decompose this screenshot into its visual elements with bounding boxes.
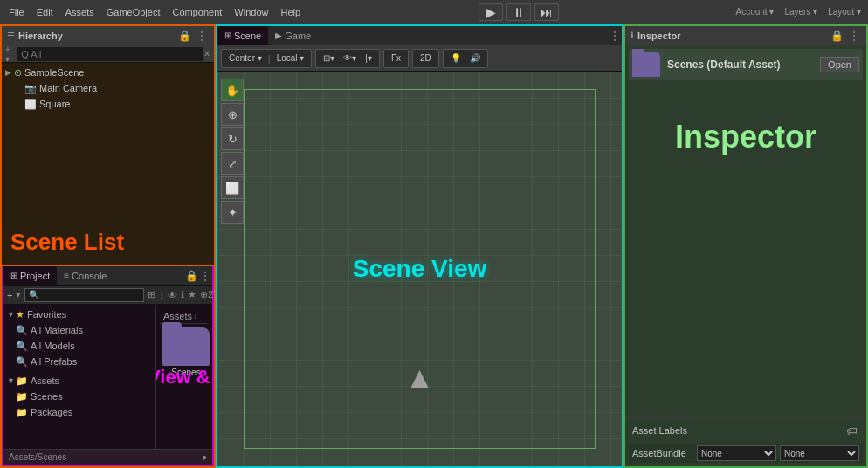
- scene-fx-button[interactable]: Fx: [388, 50, 404, 67]
- tab-game[interactable]: ▶ Game: [268, 26, 318, 45]
- scenes-folder-name-label: Scenes: [171, 368, 200, 377]
- main-camera-label: Main Camera: [39, 83, 97, 93]
- asset-title: Scenes (Default Asset): [667, 58, 781, 71]
- list-item[interactable]: ▼ ★ Favorites: [3, 306, 155, 322]
- list-item[interactable]: ⬜ Square: [2, 96, 214, 112]
- project-lock-icon[interactable]: 🔒: [184, 269, 198, 283]
- menu-window[interactable]: Window: [229, 5, 273, 19]
- project-panel: ⊞ Project ≡ Console 🔒 ⋮ + ▾ ⊞ ↕ 👁 ℹ ★: [2, 266, 214, 466]
- local-button[interactable]: Local ▾: [273, 50, 308, 67]
- hierarchy-menu-icon[interactable]: ⋮: [195, 29, 209, 43]
- assets-path-label: Assets: [163, 311, 192, 321]
- center-button[interactable]: Center ▾: [225, 50, 265, 67]
- step-button[interactable]: ⏭: [534, 3, 559, 21]
- tab-scene[interactable]: ⊞ Scene: [217, 26, 268, 45]
- scene-list-label: Scene List: [10, 229, 124, 256]
- project-search-input[interactable]: [24, 288, 144, 302]
- menu-edit[interactable]: Edit: [31, 5, 59, 19]
- star-icon[interactable]: ★: [188, 289, 196, 300]
- console-tab-label: Console: [72, 271, 107, 281]
- open-button[interactable]: Open: [820, 57, 859, 72]
- game-tab-label: Game: [285, 31, 311, 41]
- rotate-tool[interactable]: ↻: [221, 127, 244, 150]
- list-item[interactable]: ▶ ⊙ SampleScene: [2, 65, 214, 80]
- add-icon[interactable]: + ▾: [5, 45, 16, 64]
- transform-tool[interactable]: ✦: [221, 201, 244, 224]
- packages-folder-label: Packages: [31, 407, 72, 417]
- menu-gameobject[interactable]: GameObject: [101, 5, 166, 19]
- layers-button[interactable]: Layers ▾: [781, 7, 821, 17]
- all-materials-label: All Materials: [31, 325, 83, 335]
- object-icon: ⬜: [24, 99, 37, 110]
- project-add-dropdown-icon[interactable]: ▾: [16, 289, 21, 300]
- tab-console[interactable]: ≡ Console: [57, 266, 114, 285]
- menu-help[interactable]: Help: [275, 5, 306, 19]
- folder-icon: 📁: [16, 407, 28, 418]
- all-prefabs-label: All Prefabs: [31, 356, 77, 367]
- scene-menu-icon[interactable]: ⋮: [608, 29, 622, 43]
- project-main-area: Assets › Scenes Project View & Console: [156, 305, 212, 449]
- scale-tool[interactable]: ⤢: [221, 152, 244, 175]
- sort-icon[interactable]: ↕: [159, 290, 164, 300]
- search-icon: 🔍: [16, 341, 28, 352]
- folder-shape: [162, 327, 210, 366]
- asset-bundle-variant-select[interactable]: None: [780, 445, 859, 461]
- filter-icon[interactable]: ⊞: [148, 289, 155, 300]
- inspector-lock-icon[interactable]: 🔒: [830, 29, 844, 43]
- square-label: Square: [39, 99, 70, 109]
- asset-bundle-select[interactable]: None: [697, 445, 776, 461]
- scroll-indicator: ●: [202, 452, 207, 462]
- search-icon: 🔍: [16, 325, 28, 336]
- inspector-header: ℹ Inspector 🔒 ⋮: [625, 26, 866, 45]
- audio-button[interactable]: 🔊: [466, 50, 484, 67]
- visibility-button[interactable]: 👁▾: [340, 50, 360, 67]
- hierarchy-header: ☰ Hierarchy 🔒 ⋮: [2, 26, 214, 45]
- project-tabs: ⊞ Project ≡ Console 🔒 ⋮: [3, 266, 212, 286]
- arrow-icon: ▶: [5, 68, 14, 77]
- folder-icon: 📁: [16, 375, 28, 387]
- inspector-panel: ℹ Inspector 🔒 ⋮ Scenes (Default Asset) O…: [623, 24, 868, 468]
- list-item[interactable]: 📷 Main Camera: [2, 80, 214, 96]
- list-item[interactable]: 🔍 All Materials: [3, 322, 155, 338]
- inspector-menu-icon[interactable]: ⋮: [847, 29, 861, 43]
- eye-icon[interactable]: 👁: [168, 290, 177, 300]
- scene-tab-icon: ⊞: [224, 31, 231, 40]
- project-add-button[interactable]: +: [7, 290, 12, 300]
- hierarchy-search-clear-icon[interactable]: ✕: [203, 49, 210, 58]
- scenes-folder-item[interactable]: Scenes: [160, 327, 212, 380]
- menu-file[interactable]: File: [3, 5, 30, 19]
- account-button[interactable]: Account ▾: [732, 7, 777, 17]
- render-button[interactable]: |▾: [362, 50, 375, 67]
- list-item[interactable]: 🔍 All Models: [3, 338, 155, 354]
- hierarchy-lock-icon[interactable]: 🔒: [177, 29, 191, 43]
- scene-view-label: Scene View: [353, 255, 487, 283]
- console-tab-icon: ≡: [64, 271, 69, 280]
- tab-project[interactable]: ⊞ Project: [3, 266, 57, 285]
- hand-tool[interactable]: ✋: [221, 79, 244, 101]
- project-tab-label: Project: [20, 271, 50, 281]
- list-item[interactable]: 📁 Scenes: [3, 389, 155, 404]
- layout-button[interactable]: Layout ▾: [824, 7, 865, 17]
- grid-button[interactable]: ⊞▾: [320, 50, 338, 67]
- 2d-button[interactable]: 2D: [417, 50, 435, 67]
- light-button[interactable]: 💡: [447, 50, 465, 67]
- menu-assets[interactable]: Assets: [60, 5, 100, 19]
- hierarchy-search-input[interactable]: [17, 47, 203, 61]
- move-tool[interactable]: ⊕: [221, 103, 244, 126]
- info-icon[interactable]: ℹ: [181, 289, 184, 300]
- list-item[interactable]: 📁 Packages: [3, 404, 155, 420]
- list-item[interactable]: ▼ 📁 Assets: [3, 373, 155, 389]
- inspector-header-title: Inspector: [637, 31, 830, 41]
- pause-button[interactable]: ⏸: [506, 3, 531, 21]
- list-item[interactable]: 🔍 All Prefabs: [3, 354, 155, 369]
- menu-component[interactable]: Component: [167, 5, 227, 19]
- camera-icon: 📷: [24, 83, 37, 94]
- light-group: 💡 🔊: [443, 49, 488, 68]
- play-button[interactable]: ▶: [479, 3, 503, 21]
- scene-icon: ⊙: [14, 67, 22, 79]
- asset-bundle-label: AssetBundle: [632, 448, 693, 458]
- rect-tool[interactable]: ⬜: [221, 176, 244, 199]
- project-menu-icon[interactable]: ⋮: [198, 269, 212, 283]
- tag-icon[interactable]: 🏷: [844, 423, 859, 438]
- asset-labels-row: Asset Labels 🏷: [629, 421, 863, 440]
